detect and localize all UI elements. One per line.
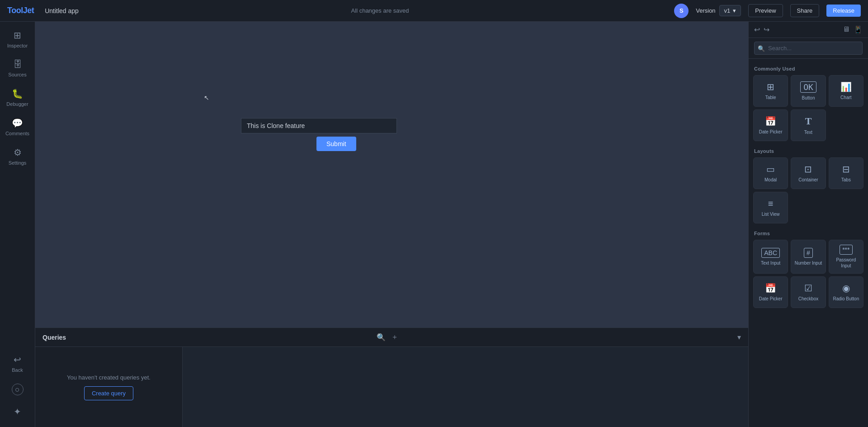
query-add-button[interactable]: ＋ <box>391 332 398 342</box>
component-button[interactable]: OK Button <box>791 75 826 107</box>
sidebar-item-theme[interactable]: ✦ <box>2 402 33 422</box>
section-forms-label: Forms <box>749 227 868 238</box>
chart-label: Chart <box>840 95 851 100</box>
sidebar-label-inspector: Inspector <box>7 43 28 48</box>
components-list: Commonly Used ⊞ Table OK Button 📊 Chart … <box>749 59 868 427</box>
component-password-input[interactable]: *** Password Input <box>829 240 863 274</box>
chevron-down-icon: ▾ <box>733 7 736 14</box>
component-radio-button[interactable]: ◉ Radio Button <box>829 276 863 308</box>
back-icon: ↩ <box>14 354 21 365</box>
main-layout: ⊞ Inspector 🗄 Sources 🐛 Debugger 💬 Comme… <box>0 22 868 427</box>
create-query-button[interactable]: Create query <box>84 386 133 400</box>
text-label: Text <box>804 129 812 135</box>
logo-jet: Jet <box>23 6 34 15</box>
query-panel: Queries 🔍 ＋ ▾ You haven't created querie… <box>35 327 748 427</box>
theme-icon: ✦ <box>14 406 21 417</box>
date-picker-label: Date Picker <box>759 129 783 135</box>
undo-icon[interactable]: ↩ <box>754 25 760 34</box>
logo-tool: Tool <box>7 6 23 15</box>
tabs-label: Tabs <box>841 177 851 183</box>
sidebar-item-debugger[interactable]: 🐛 Debugger <box>2 84 33 111</box>
modal-icon: ▭ <box>766 164 775 175</box>
query-header: Queries 🔍 ＋ ▾ <box>35 328 748 347</box>
canvas-area[interactable]: ↖ This is Clone feature Submit <box>35 22 748 327</box>
table-label: Table <box>765 95 776 100</box>
component-list-view[interactable]: ≡ List View <box>753 192 788 223</box>
text-input-label: Text Input <box>761 260 780 266</box>
canvas-text-widget[interactable]: This is Clone feature <box>241 118 397 133</box>
sidebar-item-back[interactable]: ↩ Back <box>2 350 33 377</box>
version-label: Version <box>696 7 715 14</box>
component-container[interactable]: ⊡ Container <box>791 157 826 189</box>
sidebar-bottom: ↩ Back ○ ✦ <box>2 350 33 427</box>
search-input[interactable] <box>754 42 863 55</box>
list-view-label: List View <box>762 211 780 217</box>
sidebar-item-sources[interactable]: 🗄 Sources <box>2 55 33 82</box>
sidebar-item-inspector[interactable]: ⊞ Inspector <box>2 25 33 53</box>
layouts-grid: ▭ Modal ⊡ Container ⊟ Tabs ≡ List View <box>749 156 868 227</box>
checkbox-label: Checkbox <box>798 296 818 302</box>
app-title[interactable]: Untitled app <box>45 7 79 14</box>
modal-label: Modal <box>764 177 777 183</box>
sidebar-label-comments: Comments <box>5 131 29 136</box>
component-table[interactable]: ⊞ Table <box>753 75 788 107</box>
debugger-icon: 🐛 <box>12 88 23 99</box>
tabs-icon: ⊟ <box>842 164 850 175</box>
query-list-area: You haven't created queries yet. Create … <box>35 347 182 427</box>
component-date-picker[interactable]: 📅 Date Picker <box>753 109 788 141</box>
query-search-button[interactable]: 🔍 <box>377 333 386 342</box>
comments-icon: 💬 <box>12 118 23 128</box>
number-input-label: Number Input <box>795 260 822 266</box>
component-tabs[interactable]: ⊟ Tabs <box>829 157 863 189</box>
sidebar-item-comments[interactable]: 💬 Comments <box>2 113 33 141</box>
redo-icon[interactable]: ↪ <box>764 25 769 34</box>
button-label: Button <box>802 95 815 101</box>
query-collapse-button[interactable]: ▾ <box>737 333 741 342</box>
share-button[interactable]: Share <box>790 4 820 17</box>
preview-button[interactable]: Preview <box>748 4 783 17</box>
sidebar-item-chat[interactable]: ○ <box>2 379 33 400</box>
search-input-wrapper: 🔍 <box>754 42 863 55</box>
component-chart[interactable]: 📊 Chart <box>829 75 863 107</box>
user-avatar[interactable]: S <box>674 4 689 18</box>
mobile-icon[interactable]: 📱 <box>854 25 863 34</box>
cursor-indicator: ↖ <box>204 94 210 100</box>
query-title: Queries <box>42 334 371 341</box>
logo: ToolJet <box>7 6 34 15</box>
container-icon: ⊡ <box>804 164 812 175</box>
device-icons: 🖥 📱 <box>843 25 863 34</box>
desktop-icon[interactable]: 🖥 <box>843 25 850 34</box>
password-input-icon: *** <box>840 245 852 255</box>
version-dropdown[interactable]: v1 ▾ <box>719 5 741 16</box>
query-detail-area <box>182 347 748 427</box>
text-icon: T <box>805 115 812 127</box>
settings-icon: ⚙ <box>14 147 22 158</box>
component-modal[interactable]: ▭ Modal <box>753 157 788 189</box>
search-box: 🔍 <box>749 38 868 59</box>
radio-button-icon: ◉ <box>842 283 850 294</box>
release-button[interactable]: Release <box>826 5 861 17</box>
left-sidebar: ⊞ Inspector 🗄 Sources 🐛 Debugger 💬 Comme… <box>0 22 35 427</box>
inspector-icon: ⊞ <box>14 30 21 41</box>
right-top-bar: ↩ ↪ 🖥 📱 <box>749 22 868 38</box>
search-icon: 🔍 <box>758 45 765 52</box>
section-layouts-label: Layouts <box>749 145 868 156</box>
component-text-input[interactable]: ABC Text Input <box>753 240 788 274</box>
section-commonly-used-label: Commonly Used <box>749 62 868 73</box>
component-text[interactable]: T Text <box>791 109 826 141</box>
component-date-picker2[interactable]: 📅 Date Picker <box>753 276 788 308</box>
component-number-input[interactable]: # Number Input <box>791 240 826 274</box>
chat-icon: ○ <box>12 384 24 395</box>
version-area: Version v1 ▾ <box>696 5 741 16</box>
sidebar-item-settings[interactable]: ⚙ Settings <box>2 142 33 170</box>
text-input-icon: ABC <box>761 248 780 258</box>
chart-icon: 📊 <box>840 81 852 92</box>
number-input-icon: # <box>804 248 813 258</box>
radio-button-label: Radio Button <box>833 296 859 302</box>
checkbox-icon: ☑ <box>804 283 812 294</box>
save-status: All changes are saved <box>93 7 667 14</box>
sidebar-label-settings: Settings <box>9 160 27 166</box>
password-input-label: Password Input <box>832 257 860 269</box>
canvas-submit-button[interactable]: Submit <box>316 137 356 151</box>
component-checkbox[interactable]: ☑ Checkbox <box>791 276 826 308</box>
